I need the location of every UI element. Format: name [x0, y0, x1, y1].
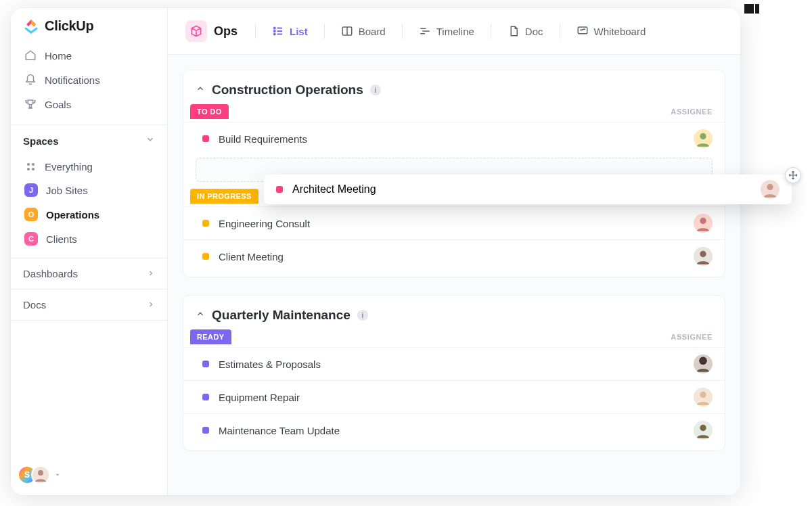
everything-icon	[24, 160, 37, 172]
task-name: Client Meeting	[219, 251, 284, 262]
view-tab-doc[interactable]: Doc	[502, 21, 549, 41]
board-icon	[341, 25, 353, 37]
svg-rect-12	[578, 27, 587, 34]
assignee-avatar[interactable]	[694, 421, 713, 440]
nav-dashboards[interactable]: Dashboards	[11, 258, 167, 289]
svg-point-3	[274, 30, 275, 32]
assignee-avatar[interactable]	[694, 247, 713, 266]
separator	[560, 24, 560, 39]
task-name: Architect Meeting	[292, 183, 376, 196]
svg-point-5	[274, 33, 275, 34]
assignee-avatar[interactable]	[694, 129, 713, 148]
space-job-sites[interactable]: J Job Sites	[18, 178, 160, 202]
home-icon	[24, 49, 37, 62]
nav-docs[interactable]: Docs	[11, 289, 167, 321]
spaces-list: Everything J Job Sites O Operations C Cl…	[11, 154, 167, 258]
status-header-todo: TO DO ASSIGNEE	[183, 104, 725, 122]
separator	[402, 24, 403, 39]
nav-notifications[interactable]: Notifications	[18, 68, 160, 92]
sidebar: ClickUp Home Notifications Goals	[11, 8, 168, 495]
brand-logo[interactable]: ClickUp	[11, 8, 167, 41]
svg-point-17	[700, 392, 706, 398]
primary-nav: Home Notifications Goals	[11, 41, 167, 119]
task-name: Build Requirements	[219, 133, 307, 145]
list-header[interactable]: Quarterly Maintenance i	[183, 305, 725, 329]
section-label: Dashboards	[23, 268, 78, 279]
app-window: ClickUp Home Notifications Goals	[11, 8, 740, 495]
space-everything[interactable]: Everything	[18, 155, 160, 178]
status-pill[interactable]: IN PROGRESS	[190, 189, 258, 204]
task-name: Engineering Consult	[219, 218, 310, 229]
trophy-icon	[24, 98, 37, 110]
assignee-avatar[interactable]	[694, 354, 713, 373]
task-row[interactable]: Client Meeting	[183, 239, 725, 273]
view-tab-whiteboard[interactable]: Whiteboard	[571, 21, 652, 41]
view-label: Timeline	[436, 26, 474, 37]
status-dot-icon	[202, 427, 209, 434]
status-dot-icon	[202, 220, 209, 227]
space-label: Operations	[46, 209, 99, 221]
list-header[interactable]: Construction Operations i	[183, 80, 725, 104]
chevron-up-icon	[196, 84, 205, 96]
svg-point-19	[767, 184, 773, 190]
status-dot-icon	[202, 394, 209, 400]
bell-icon	[24, 74, 37, 86]
space-badge: J	[24, 183, 38, 197]
view-tab-list[interactable]: List	[267, 21, 313, 41]
view-label: Board	[359, 26, 386, 37]
space-clients[interactable]: C Clients	[18, 227, 160, 251]
task-name: Equipment Repair	[219, 392, 300, 403]
chevron-up-icon	[196, 309, 205, 321]
status-pill[interactable]: TO DO	[190, 104, 229, 119]
status-dot-icon	[202, 361, 209, 367]
nav-goals[interactable]: Goals	[18, 92, 160, 116]
svg-point-0	[38, 470, 43, 476]
move-cursor-icon	[785, 167, 801, 183]
info-icon[interactable]: i	[357, 310, 368, 321]
space-name: Ops	[214, 24, 238, 39]
list-icon	[272, 25, 284, 37]
content-area: Construction Operations i TO DO ASSIGNEE…	[168, 55, 740, 495]
view-topbar: Ops List Board Timeline	[168, 8, 740, 55]
status-pill[interactable]: READY	[190, 329, 231, 344]
task-row[interactable]: Build Requirements	[183, 122, 725, 155]
spaces-title: Spaces	[23, 135, 59, 147]
view-tab-board[interactable]: Board	[336, 21, 391, 41]
clickup-logo-icon	[23, 18, 39, 34]
task-row[interactable]: Equipment Repair	[183, 380, 725, 413]
dragging-task-card[interactable]: Architect Meeting	[264, 175, 792, 204]
chevron-down-icon	[145, 135, 155, 147]
space-chip[interactable]: Ops	[183, 18, 244, 45]
task-row[interactable]: Engineering Consult	[183, 206, 725, 239]
svg-point-16	[699, 357, 707, 365]
caret-down-icon[interactable]	[54, 469, 61, 481]
list-construction-operations: Construction Operations i TO DO ASSIGNEE…	[183, 70, 725, 277]
svg-point-13	[700, 133, 706, 139]
user-avatar-stack[interactable]: S	[23, 465, 50, 484]
sidebar-footer: S	[11, 455, 167, 495]
task-row[interactable]: Estimates & Proposals	[183, 347, 725, 380]
view-tab-timeline[interactable]: Timeline	[413, 21, 480, 41]
list-title: Quarterly Maintenance	[212, 308, 351, 323]
nav-home[interactable]: Home	[18, 43, 160, 68]
space-badge: O	[24, 208, 38, 221]
status-dot-icon	[202, 253, 209, 260]
cube-icon	[185, 20, 207, 42]
whiteboard-icon	[577, 25, 589, 37]
task-row[interactable]: Maintenance Team Update	[183, 413, 725, 446]
doc-icon	[508, 25, 520, 37]
info-icon[interactable]: i	[370, 85, 381, 95]
section-label: Docs	[23, 299, 46, 310]
chevron-right-icon	[147, 299, 155, 310]
nav-label: Home	[45, 50, 72, 62]
spaces-header[interactable]: Spaces	[11, 124, 167, 154]
space-label: Clients	[46, 233, 77, 245]
svg-point-14	[700, 218, 706, 224]
assignee-avatar[interactable]	[761, 180, 780, 199]
list-quarterly-maintenance: Quarterly Maintenance i READY ASSIGNEE E…	[183, 295, 725, 451]
space-label: Everything	[45, 161, 93, 172]
space-operations[interactable]: O Operations	[18, 202, 160, 227]
assignee-avatar[interactable]	[694, 214, 713, 233]
list-title: Construction Operations	[212, 83, 363, 97]
assignee-avatar[interactable]	[694, 388, 713, 407]
